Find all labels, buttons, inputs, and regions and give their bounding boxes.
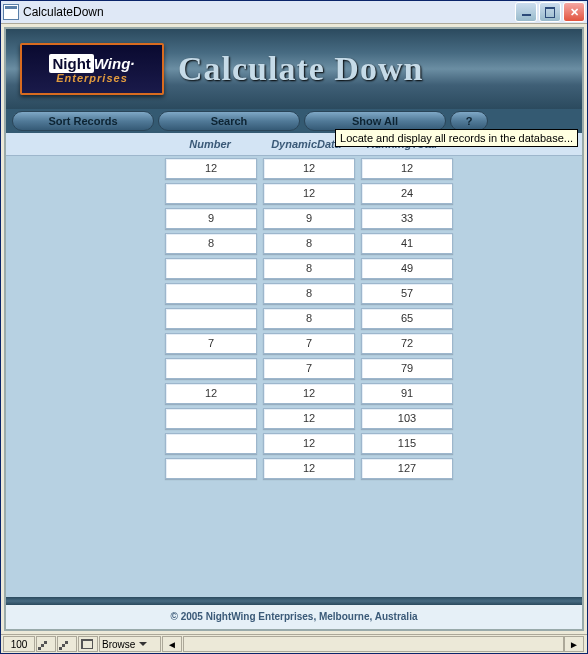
cell-dynamicdata[interactable]: 7 — [263, 333, 355, 354]
title-bar[interactable]: CalculateDown ✕ — [1, 1, 587, 24]
zoom-level[interactable]: 100 — [3, 636, 35, 652]
cell-dynamicdata[interactable]: 8 — [263, 308, 355, 329]
cell-number[interactable] — [165, 183, 257, 204]
cell-dynamicdata[interactable]: 12 — [263, 183, 355, 204]
window-title: CalculateDown — [23, 5, 515, 19]
cell-runningtotal[interactable]: 103 — [361, 408, 453, 429]
cell-number[interactable]: 12 — [165, 383, 257, 404]
cell-runningtotal[interactable]: 91 — [361, 383, 453, 404]
cell-dynamicdata[interactable]: 12 — [263, 383, 355, 404]
maximize-icon — [545, 7, 555, 18]
cell-number[interactable] — [165, 358, 257, 379]
tooltip: Locate and display all records in the da… — [335, 129, 578, 147]
table-row: 9933 — [6, 208, 582, 230]
cell-runningtotal[interactable]: 57 — [361, 283, 453, 304]
logo-wing: Wing· — [94, 55, 135, 72]
logo-text: NightWing· — [49, 55, 134, 72]
table-row: 12115 — [6, 433, 582, 455]
close-icon: ✕ — [570, 6, 579, 19]
cell-runningtotal[interactable]: 65 — [361, 308, 453, 329]
banner: NightWing· Enterprises Calculate Down — [6, 29, 582, 109]
table-row: 779 — [6, 358, 582, 380]
cell-number[interactable] — [165, 433, 257, 454]
status-bar: 100 Browse ◄ ► — [1, 634, 587, 653]
scroll-track[interactable] — [183, 636, 564, 652]
scroll-right-button[interactable]: ► — [564, 636, 584, 652]
cell-number[interactable]: 7 — [165, 333, 257, 354]
cell-runningtotal[interactable]: 49 — [361, 258, 453, 279]
toolbar: Sort Records Search Show All ? Locate an… — [6, 109, 582, 133]
table-row: 1224 — [6, 183, 582, 205]
zoom-stairs-icon[interactable] — [36, 636, 56, 652]
cell-dynamicdata[interactable]: 12 — [263, 458, 355, 479]
cell-runningtotal[interactable]: 79 — [361, 358, 453, 379]
zoom-stairs-icon-2[interactable] — [57, 636, 77, 652]
cell-runningtotal[interactable]: 115 — [361, 433, 453, 454]
cell-dynamicdata[interactable]: 12 — [263, 433, 355, 454]
page-title: Calculate Down — [178, 50, 568, 88]
minimize-icon — [522, 14, 531, 16]
minimize-button[interactable] — [515, 2, 537, 22]
app-window: CalculateDown ✕ NightWing· Enterprises C… — [0, 0, 588, 654]
cell-dynamicdata[interactable]: 9 — [263, 208, 355, 229]
cell-number[interactable]: 12 — [165, 158, 257, 179]
table-row: 849 — [6, 258, 582, 280]
cell-dynamicdata[interactable]: 8 — [263, 283, 355, 304]
mode-selector[interactable]: Browse — [99, 636, 161, 652]
cell-dynamicdata[interactable]: 12 — [263, 408, 355, 429]
logo-sub: Enterprises — [56, 72, 128, 84]
copyright: © 2005 NightWing Enterprises, Melbourne,… — [6, 605, 582, 629]
table-row: 7772 — [6, 333, 582, 355]
cell-number[interactable]: 8 — [165, 233, 257, 254]
cell-runningtotal[interactable]: 12 — [361, 158, 453, 179]
logo-night: Night — [49, 54, 93, 73]
footer-bar — [6, 597, 582, 605]
table-row: 12103 — [6, 408, 582, 430]
search-button[interactable]: Search — [158, 111, 300, 131]
sort-records-button[interactable]: Sort Records — [12, 111, 154, 131]
cell-dynamicdata[interactable]: 8 — [263, 233, 355, 254]
cell-runningtotal[interactable]: 41 — [361, 233, 453, 254]
cell-number[interactable] — [165, 258, 257, 279]
view-icon[interactable] — [78, 636, 98, 652]
table-row: 8841 — [6, 233, 582, 255]
app-icon — [3, 4, 19, 20]
maximize-button[interactable] — [539, 2, 561, 22]
logo: NightWing· Enterprises — [20, 43, 164, 95]
table-row: 865 — [6, 308, 582, 330]
show-all-button[interactable]: Show All — [304, 111, 446, 131]
cell-runningtotal[interactable]: 72 — [361, 333, 453, 354]
cell-number[interactable] — [165, 408, 257, 429]
table-row: 857 — [6, 283, 582, 305]
cell-dynamicdata[interactable]: 12 — [263, 158, 355, 179]
table-row: 12127 — [6, 458, 582, 480]
cell-runningtotal[interactable]: 33 — [361, 208, 453, 229]
client-area: NightWing· Enterprises Calculate Down So… — [4, 27, 584, 631]
help-button[interactable]: ? — [450, 111, 488, 131]
header-number: Number — [162, 138, 258, 150]
table-row: 121291 — [6, 383, 582, 405]
window-buttons: ✕ — [515, 2, 585, 22]
scroll-left-button[interactable]: ◄ — [162, 636, 182, 652]
table-row: 121212 — [6, 158, 582, 180]
data-grid: 1212121224993388418498578657772779121291… — [6, 156, 582, 597]
cell-runningtotal[interactable]: 24 — [361, 183, 453, 204]
cell-number[interactable] — [165, 308, 257, 329]
cell-number[interactable] — [165, 283, 257, 304]
cell-number[interactable]: 9 — [165, 208, 257, 229]
cell-dynamicdata[interactable]: 8 — [263, 258, 355, 279]
cell-runningtotal[interactable]: 127 — [361, 458, 453, 479]
cell-dynamicdata[interactable]: 7 — [263, 358, 355, 379]
close-button[interactable]: ✕ — [563, 2, 585, 22]
cell-number[interactable] — [165, 458, 257, 479]
